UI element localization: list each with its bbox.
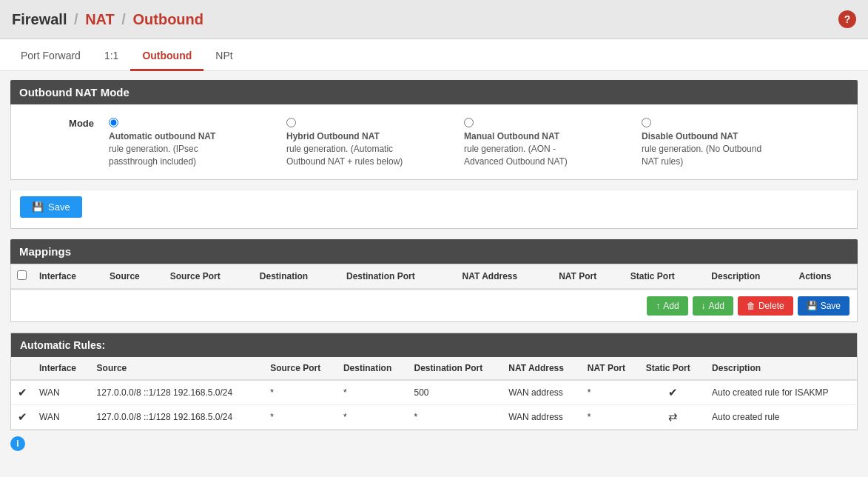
add-up-button[interactable]: ↑ Add — [647, 296, 687, 316]
auto-rules-table-wrapper: Interface Source Source Port Destination… — [11, 357, 857, 430]
auto-rule-nat-port: * — [582, 380, 640, 405]
mode-option-auto: Automatic outbound NATrule generation. (… — [109, 116, 242, 167]
save-label: Save — [48, 201, 70, 213]
col-actions: Actions — [793, 264, 857, 289]
auto-rule-check: ✔ — [11, 405, 33, 430]
info-icon: i — [10, 436, 25, 451]
help-icon[interactable]: ? — [838, 10, 856, 28]
auto-rule-static-port: ✔ — [640, 380, 706, 405]
save-mappings-label: Save — [821, 301, 841, 311]
delete-icon: 🗑 — [747, 301, 756, 311]
mappings-section-header: Mappings — [10, 239, 858, 264]
breadcrumb: Firewall / NAT / Outbound — [12, 11, 203, 28]
tab-npt[interactable]: NPt — [203, 39, 244, 71]
mode-disable-label[interactable] — [642, 116, 651, 127]
tab-1-1[interactable]: 1:1 — [92, 39, 130, 71]
col-checkbox[interactable] — [11, 264, 33, 289]
auto-rule-source: 127.0.0.0/8 ::1/128 192.168.5.0/24 — [91, 380, 265, 405]
auto-rule-interface: WAN — [33, 405, 91, 430]
mode-hybrid-label[interactable] — [286, 116, 296, 127]
auto-rule-interface: WAN — [33, 380, 91, 405]
add-up-icon: ↑ — [656, 301, 660, 311]
mappings-table: Interface Source Source Port Destination… — [11, 264, 857, 290]
mode-manual-desc: Manual Outbound NATrule generation. (AON… — [464, 130, 597, 167]
add-down-label: Add — [709, 301, 724, 311]
mode-hybrid-desc: Hybrid Outbound NATrule generation. (Aut… — [286, 130, 420, 167]
save-mappings-icon: 💾 — [807, 301, 818, 311]
auto-rule-row: ✔ WAN 127.0.0.0/8 ::1/128 192.168.5.0/24… — [11, 405, 857, 430]
col-nat-address: NAT Address — [457, 264, 554, 289]
mode-label: Mode — [20, 116, 109, 129]
breadcrumb-nat: NAT — [85, 11, 115, 27]
col-interface: Interface — [33, 264, 104, 289]
auto-rule-nat-address: WAN address — [502, 405, 582, 430]
auto-rule-nat-address: WAN address — [502, 380, 582, 405]
mappings-block: Mappings Interface Source Source Port De… — [10, 239, 858, 322]
add-up-label: Add — [663, 301, 679, 311]
add-down-button[interactable]: ↓ Add — [693, 296, 733, 316]
auto-col-destination: Destination — [337, 357, 408, 380]
auto-rule-destination: * — [337, 405, 408, 430]
auto-rules-block: Automatic Rules: Interface Source Source… — [10, 333, 858, 430]
col-source-port: Source Port — [164, 264, 254, 289]
auto-rule-destination: * — [337, 380, 408, 405]
save-bar: 💾 Save — [10, 190, 858, 229]
mode-hybrid-radio[interactable] — [286, 118, 296, 127]
col-destination-port: Destination Port — [340, 264, 457, 289]
auto-rules-section: Automatic Rules: Interface Source Source… — [10, 333, 858, 430]
nat-mode-block: Outbound NAT Mode Mode Automatic outboun… — [10, 80, 858, 229]
col-source: Source — [104, 264, 164, 289]
delete-button[interactable]: 🗑 Delete — [738, 296, 793, 316]
delete-label: Delete — [758, 301, 784, 311]
mode-auto-desc: Automatic outbound NATrule generation. (… — [109, 130, 242, 167]
mode-manual-label[interactable] — [464, 116, 474, 127]
mode-auto-radio[interactable] — [109, 118, 118, 127]
nat-mode-section-header: Outbound NAT Mode — [10, 80, 858, 104]
auto-rule-description: Auto created rule for ISAKMP — [706, 380, 857, 405]
auto-rules-body: ✔ WAN 127.0.0.0/8 ::1/128 192.168.5.0/24… — [11, 380, 857, 430]
save-mappings-button[interactable]: 💾 Save — [798, 296, 850, 316]
auto-rule-row: ✔ WAN 127.0.0.0/8 ::1/128 192.168.5.0/24… — [11, 380, 857, 405]
auto-col-static-port: Static Port — [640, 357, 706, 380]
auto-col-interface: Interface — [33, 357, 91, 380]
mode-auto-label[interactable] — [109, 116, 118, 127]
col-nat-port: NAT Port — [553, 264, 625, 289]
auto-rules-header-row: Interface Source Source Port Destination… — [11, 357, 857, 380]
save-icon: 💾 — [32, 201, 44, 213]
auto-rule-source-port: * — [264, 405, 337, 430]
mode-option-disable: Disable Outbound NATrule generation. (No… — [642, 116, 775, 167]
mode-row: Mode Automatic outbound NATrule generati… — [11, 104, 857, 179]
tab-outbound[interactable]: Outbound — [130, 39, 203, 71]
auto-col-destination-port: Destination Port — [408, 357, 502, 380]
select-all-checkbox[interactable] — [17, 270, 27, 280]
auto-rules-table: Interface Source Source Port Destination… — [11, 357, 857, 430]
mode-disable-desc: Disable Outbound NATrule generation. (No… — [642, 130, 775, 167]
auto-rule-nat-port: * — [582, 405, 640, 430]
mappings-section: Interface Source Source Port Destination… — [10, 264, 858, 322]
main-content: Outbound NAT Mode Mode Automatic outboun… — [0, 71, 868, 460]
add-down-icon: ↓ — [702, 301, 706, 311]
mode-manual-radio[interactable] — [464, 118, 474, 127]
mode-option-manual: Manual Outbound NATrule generation. (AON… — [464, 116, 597, 167]
tabs-bar: Port Forward 1:1 Outbound NPt — [0, 39, 868, 71]
action-bar: ↑ Add ↓ Add 🗑 Delete 💾 Save — [11, 290, 857, 321]
breadcrumb-firewall: Firewall — [12, 11, 67, 27]
auto-col-source-port: Source Port — [264, 357, 337, 380]
save-button[interactable]: 💾 Save — [20, 196, 82, 218]
nat-mode-section: Mode Automatic outbound NATrule generati… — [10, 104, 858, 180]
mode-disable-radio[interactable] — [642, 118, 651, 127]
page-header: Firewall / NAT / Outbound ? — [0, 0, 868, 39]
auto-rule-check: ✔ — [11, 380, 33, 405]
mode-options: Automatic outbound NATrule generation. (… — [109, 116, 775, 167]
mode-option-hybrid: Hybrid Outbound NATrule generation. (Aut… — [286, 116, 420, 167]
auto-rule-description: Auto created rule — [706, 405, 857, 430]
mappings-table-wrapper: Interface Source Source Port Destination… — [11, 264, 857, 290]
mappings-header-row: Interface Source Source Port Destination… — [11, 264, 857, 289]
tab-port-forward[interactable]: Port Forward — [9, 39, 92, 71]
auto-col-source: Source — [91, 357, 265, 380]
auto-col-nat-address: NAT Address — [502, 357, 582, 380]
auto-rule-destination-port: 500 — [408, 380, 502, 405]
col-static-port: Static Port — [625, 264, 706, 289]
breadcrumb-outbound: Outbound — [132, 11, 203, 27]
auto-rules-header: Automatic Rules: — [11, 333, 857, 357]
